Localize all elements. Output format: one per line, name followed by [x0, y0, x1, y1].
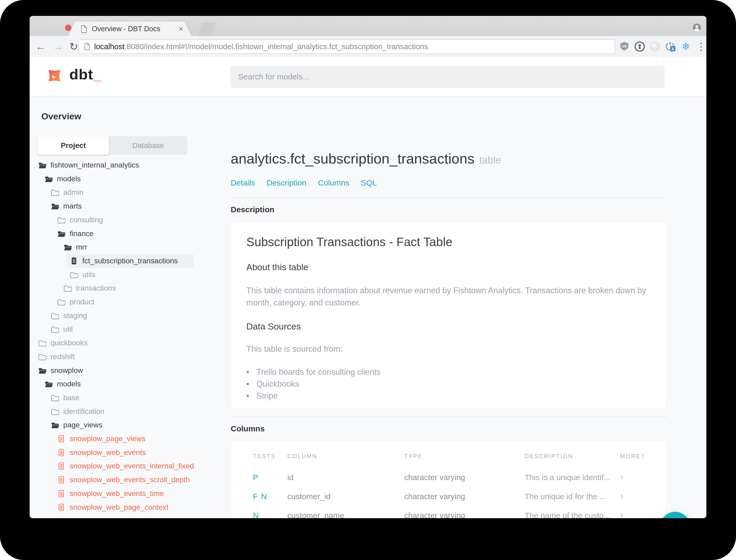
- column-name-cell: customer_id: [287, 492, 331, 501]
- column-header-type: TYPE: [404, 453, 422, 460]
- tree-item-label: consulting: [70, 216, 103, 224]
- tree-item-snowplow_web_events_internal_fixed[interactable]: snowplow_web_events_internal_fixed: [57, 459, 194, 473]
- tree-item-identification[interactable]: identification: [51, 405, 105, 418]
- snowflake-extension-icon[interactable]: ❄: [680, 41, 692, 52]
- browser-tab-bar: Overview - DBT Docs ×: [30, 16, 706, 36]
- folder-icon: [51, 408, 59, 415]
- dbt-logo-icon[interactable]: [46, 67, 63, 84]
- nav-link-columns[interactable]: Columns: [318, 178, 349, 187]
- tree-item-snowplow[interactable]: snowplow: [38, 364, 83, 377]
- columns-section-heading: Columns: [231, 424, 265, 433]
- nav-link-sql[interactable]: SQL: [361, 178, 377, 187]
- table-row-id[interactable]: Pidcharacter varyingThis is a unique ide…: [231, 468, 666, 487]
- folder-icon: [51, 189, 59, 196]
- tree-item-fishtown_internal_analytics[interactable]: fishtown_internal_analytics: [38, 158, 139, 172]
- expand-row-chevron-icon[interactable]: ›: [620, 471, 623, 482]
- expand-row-chevron-icon[interactable]: ›: [620, 490, 623, 502]
- tree-item-label: snowplow_web_events_scroll_depth: [70, 476, 190, 484]
- nav-link-description[interactable]: Description: [267, 178, 306, 187]
- ublock-shield-extension-icon[interactable]: uO: [618, 41, 630, 52]
- columns-card: TESTSCOLUMNTYPEDESCRIPTIONMORE? Pidchara…: [231, 440, 667, 518]
- table-row-customer_id[interactable]: F Ncustomer_idcharacter varyingThe uniqu…: [231, 487, 666, 506]
- tests-cell: F N: [253, 492, 267, 501]
- tree-item-consulting[interactable]: consulting: [57, 213, 103, 227]
- nav-link-details[interactable]: Details: [231, 178, 255, 187]
- tree-item-page_views[interactable]: page_views: [51, 418, 102, 432]
- section-divider: [231, 197, 667, 198]
- folder-icon: [57, 216, 65, 224]
- tree-item-label: base: [63, 394, 79, 402]
- tree-item-admin[interactable]: admin: [51, 186, 83, 199]
- forward-button[interactable]: →: [53, 41, 63, 52]
- tree-item-fct_subscription_transactions[interactable]: fct_subscription_transactions: [66, 254, 194, 268]
- close-window-button[interactable]: [65, 25, 71, 31]
- tree-item-models[interactable]: models: [44, 172, 81, 186]
- folder-icon: [38, 353, 46, 360]
- tree-item-quickbooks[interactable]: quickbooks: [38, 336, 88, 350]
- bullet-icon: •: [246, 391, 256, 401]
- tree-item-base[interactable]: base: [51, 391, 79, 405]
- tree-item-finance[interactable]: finance: [57, 227, 93, 241]
- browser-window: Overview - DBT Docs × ← → ↻ localhost:80…: [30, 16, 706, 518]
- tree-item-mrr[interactable]: mrr: [63, 240, 87, 254]
- page-favicon-icon: [80, 25, 88, 33]
- tree-item-label: snowplow: [51, 366, 83, 375]
- column-header-tests: TESTS: [253, 453, 276, 460]
- folder-open-icon: [44, 175, 53, 183]
- tree-item-redshift[interactable]: redshift: [38, 350, 75, 364]
- tree-item-snowplow_web_events[interactable]: snowplow_web_events: [57, 446, 146, 459]
- expand-row-chevron-icon[interactable]: ›: [620, 509, 623, 518]
- type-cell: character varying: [404, 473, 465, 482]
- file-tree: fishtown_internal_analyticsmodelsadminma…: [30, 96, 222, 518]
- tests-cell: P: [253, 473, 259, 482]
- tree-item-snowplow_web_page_context[interactable]: snowplow_web_page_context: [57, 500, 169, 514]
- file-outline-icon: [57, 449, 65, 456]
- tab-close-icon[interactable]: ×: [179, 24, 183, 33]
- tree-item-label: snowplow_web_events: [70, 448, 146, 457]
- tree-item-staging[interactable]: staging: [51, 309, 87, 323]
- svg-text:uO: uO: [622, 44, 627, 48]
- keyhole-extension-icon[interactable]: [634, 41, 645, 52]
- tree-item-label: redshift: [51, 353, 75, 361]
- tree-item-transactions[interactable]: transactions: [63, 281, 116, 295]
- column-name-cell: customer_name: [287, 511, 344, 518]
- data-source-item: •Quickbooks: [246, 378, 380, 390]
- dbt-logo-text[interactable]: dbt_: [69, 66, 102, 83]
- back-button[interactable]: ←: [35, 41, 46, 52]
- tree-item-snowplow_web_events_scroll_depth[interactable]: snowplow_web_events_scroll_depth: [57, 473, 190, 487]
- folder-open-icon: [57, 230, 65, 237]
- tree-item-label: admin: [63, 188, 83, 197]
- tests-cell: N: [253, 511, 259, 518]
- table-row-customer_name[interactable]: Ncustomer_namecharacter varyingThe name …: [231, 506, 666, 518]
- description-card: Subscription Transactions - Fact Table A…: [231, 221, 667, 409]
- overflow-menu-icon[interactable]: ⋮: [695, 41, 706, 52]
- column-header-more: MORE?: [620, 453, 645, 460]
- tree-item-snowplow_web_events_time[interactable]: snowplow_web_events_time: [57, 487, 164, 500]
- tree-item-label: utils: [82, 270, 96, 279]
- model-section-nav: DetailsDescriptionColumnsSQL: [231, 178, 377, 187]
- data-source-item: •Stripe: [246, 390, 380, 402]
- screenshot-stage: Overview - DBT Docs × ← → ↻ localhost:80…: [0, 0, 736, 560]
- search-input[interactable]: [230, 66, 665, 88]
- reload-button[interactable]: ↻: [69, 41, 78, 52]
- tree-item-utils[interactable]: utils: [70, 268, 96, 282]
- extension-icons: uOx❄⋮: [618, 36, 706, 57]
- data-sources-intro: This table is sourced from:: [246, 344, 343, 354]
- tree-item-snowplow_page_views[interactable]: snowplow_page_views: [57, 432, 145, 446]
- power-extension-icon[interactable]: x: [665, 41, 676, 52]
- tree-item-models[interactable]: models: [44, 377, 81, 391]
- section-divider: [231, 417, 667, 417]
- circle-extension-icon[interactable]: [649, 41, 661, 52]
- browser-tab[interactable]: Overview - DBT Docs ×: [68, 22, 191, 36]
- new-tab-button[interactable]: [198, 22, 215, 36]
- profile-avatar-icon[interactable]: [693, 23, 701, 32]
- address-bar[interactable]: localhost:8080/index.html#!/model/model.…: [78, 39, 615, 54]
- tree-item-product[interactable]: product: [57, 295, 94, 309]
- tree-item-label: product: [70, 298, 94, 306]
- tree-item-label: page_views: [63, 421, 102, 429]
- tree-item-util[interactable]: util: [51, 322, 73, 336]
- tree-item-label: fct_subscription_transactions: [82, 257, 178, 265]
- svg-text:x: x: [672, 46, 674, 51]
- file-outline-icon: [57, 490, 65, 497]
- tree-item-marts[interactable]: marts: [51, 199, 82, 213]
